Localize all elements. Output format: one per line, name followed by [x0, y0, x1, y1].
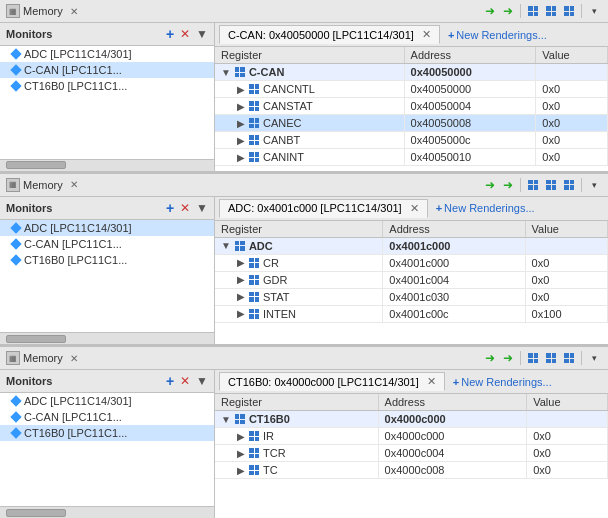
table-row[interactable]: ▶STAT0x4001c0300x0 — [215, 288, 608, 305]
register-value-cell[interactable] — [536, 64, 608, 81]
horizontal-scrollbar[interactable] — [0, 332, 214, 344]
expand-icon[interactable]: ▼ — [221, 67, 231, 78]
register-value-cell[interactable]: 0x0 — [527, 445, 608, 462]
register-value-cell[interactable]: 0x100 — [525, 305, 607, 322]
nav-arrow-icon[interactable]: ➜ — [500, 3, 516, 19]
expand-icon[interactable]: ▼ — [221, 240, 231, 251]
table-row[interactable]: ▶CANEC0x400500080x0 — [215, 115, 608, 132]
monitor-item[interactable]: C-CAN [LPC11C1... — [0, 236, 214, 252]
monitor-item[interactable]: ADC [LPC11C14/301] — [0, 393, 214, 409]
expand-child-icon[interactable]: ▶ — [237, 101, 245, 112]
monitor-item[interactable]: ADC [LPC11C14/301] — [0, 220, 214, 236]
nav-arrow-icon[interactable]: ➜ — [500, 177, 516, 193]
expand-child-icon[interactable]: ▶ — [237, 257, 245, 268]
remove-monitor-button[interactable]: ✕ — [180, 201, 190, 215]
table-row[interactable]: ▶TC0x4000c0080x0 — [215, 462, 608, 479]
view-icon[interactable] — [561, 177, 577, 193]
expand-child-icon[interactable]: ▶ — [237, 431, 245, 442]
view-icon[interactable] — [525, 3, 541, 19]
add-monitor-button[interactable]: + — [166, 200, 174, 216]
register-value-cell[interactable]: 0x0 — [525, 254, 607, 271]
view-icon[interactable] — [543, 177, 559, 193]
view-icon[interactable] — [525, 177, 541, 193]
register-address-cell: 0x4001c00c — [383, 305, 525, 322]
move-down-button[interactable]: ▼ — [196, 201, 208, 215]
register-tab-0[interactable]: C-CAN: 0x40050000 [LPC11C14/301]✕ — [219, 25, 440, 44]
table-row[interactable]: ▶TCR0x4000c0040x0 — [215, 445, 608, 462]
expand-child-icon[interactable]: ▶ — [237, 118, 245, 129]
table-row[interactable]: ▼ADC0x4001c000 — [215, 237, 608, 254]
register-tab-close[interactable]: ✕ — [422, 28, 431, 41]
table-row[interactable]: ▶IR0x4000c0000x0 — [215, 428, 608, 445]
register-value-cell[interactable]: 0x0 — [525, 288, 607, 305]
register-tab-1[interactable]: ADC: 0x4001c000 [LPC11C14/301]✕ — [219, 199, 428, 218]
table-row[interactable]: ▼C-CAN0x40050000 — [215, 64, 608, 81]
table-row[interactable]: ▶CANSTAT0x400500040x0 — [215, 98, 608, 115]
add-renderings-button[interactable]: + New Renderings... — [444, 27, 551, 43]
expand-child-icon[interactable]: ▶ — [237, 448, 245, 459]
expand-child-icon[interactable]: ▶ — [237, 308, 245, 319]
expand-child-icon[interactable]: ▶ — [237, 465, 245, 476]
register-value-cell[interactable]: 0x0 — [536, 81, 608, 98]
register-value-cell[interactable]: 0x0 — [536, 132, 608, 149]
register-tab-2[interactable]: CT16B0: 0x4000c000 [LPC11C14/301]✕ — [219, 372, 445, 391]
view-icon[interactable] — [561, 350, 577, 366]
monitor-item[interactable]: CT16B0 [LPC11C1... — [0, 252, 214, 268]
register-value-cell[interactable]: 0x0 — [536, 149, 608, 166]
horizontal-scrollbar[interactable] — [0, 506, 214, 518]
table-row[interactable]: ▶CANINT0x400500100x0 — [215, 149, 608, 166]
expand-icon[interactable]: ▼ — [221, 414, 231, 425]
view-icon[interactable] — [525, 350, 541, 366]
expand-child-icon[interactable]: ▶ — [237, 274, 245, 285]
table-row[interactable]: ▶CANBT0x4005000c0x0 — [215, 132, 608, 149]
monitor-item[interactable]: C-CAN [LPC11C1... — [0, 409, 214, 425]
view-icon[interactable] — [543, 3, 559, 19]
table-row[interactable]: ▶GDR0x4001c0040x0 — [215, 271, 608, 288]
move-down-button[interactable]: ▼ — [196, 27, 208, 41]
register-value-cell[interactable]: 0x0 — [527, 462, 608, 479]
monitor-item[interactable]: ADC [LPC11C14/301] — [0, 46, 214, 62]
remove-monitor-button[interactable]: ✕ — [180, 27, 190, 41]
expand-child-icon[interactable]: ▶ — [237, 152, 245, 163]
register-tab-close[interactable]: ✕ — [427, 375, 436, 388]
add-renderings-button[interactable]: + New Renderings... — [449, 374, 556, 390]
register-value-cell[interactable]: 0x0 — [525, 271, 607, 288]
expand-child-icon[interactable]: ▶ — [237, 135, 245, 146]
register-value-cell[interactable]: 0x0 — [536, 98, 608, 115]
monitor-item[interactable]: C-CAN [LPC11C1... — [0, 62, 214, 78]
nav-arrow-icon[interactable]: ➜ — [482, 177, 498, 193]
nav-arrow-icon[interactable]: ➜ — [482, 350, 498, 366]
monitor-item[interactable]: CT16B0 [LPC11C1... — [0, 78, 214, 94]
scroll-thumb[interactable] — [6, 161, 66, 169]
add-monitor-button[interactable]: + — [166, 26, 174, 42]
view-icon[interactable] — [543, 350, 559, 366]
dropdown-icon[interactable]: ▾ — [586, 177, 602, 193]
dropdown-icon[interactable]: ▾ — [586, 350, 602, 366]
expand-child-icon[interactable]: ▶ — [237, 291, 245, 302]
register-value-cell[interactable]: 0x0 — [536, 115, 608, 132]
remove-monitor-button[interactable]: ✕ — [180, 374, 190, 388]
add-renderings-button[interactable]: + New Renderings... — [432, 200, 539, 216]
table-row[interactable]: ▶INTEN0x4001c00c0x100 — [215, 305, 608, 322]
nav-arrow-icon[interactable]: ➜ — [482, 3, 498, 19]
register-value-cell[interactable]: 0x0 — [527, 428, 608, 445]
expand-child-icon[interactable]: ▶ — [237, 84, 245, 95]
dropdown-icon[interactable]: ▾ — [586, 3, 602, 19]
horizontal-scrollbar[interactable] — [0, 159, 214, 171]
panel-close-0[interactable]: ✕ — [70, 6, 78, 17]
table-row[interactable]: ▶CR0x4001c0000x0 — [215, 254, 608, 271]
view-icon[interactable] — [561, 3, 577, 19]
monitor-item[interactable]: CT16B0 [LPC11C1... — [0, 425, 214, 441]
move-down-button[interactable]: ▼ — [196, 374, 208, 388]
nav-arrow-icon[interactable]: ➜ — [500, 350, 516, 366]
panel-close-1[interactable]: ✕ — [70, 179, 78, 190]
register-value-cell[interactable] — [525, 237, 607, 254]
scroll-thumb[interactable] — [6, 509, 66, 517]
register-value-cell[interactable] — [527, 411, 608, 428]
table-row[interactable]: ▼CT16B00x4000c000 — [215, 411, 608, 428]
scroll-thumb[interactable] — [6, 335, 66, 343]
table-row[interactable]: ▶CANCNTL0x400500000x0 — [215, 81, 608, 98]
add-monitor-button[interactable]: + — [166, 373, 174, 389]
register-tab-close[interactable]: ✕ — [410, 202, 419, 215]
panel-close-2[interactable]: ✕ — [70, 353, 78, 364]
